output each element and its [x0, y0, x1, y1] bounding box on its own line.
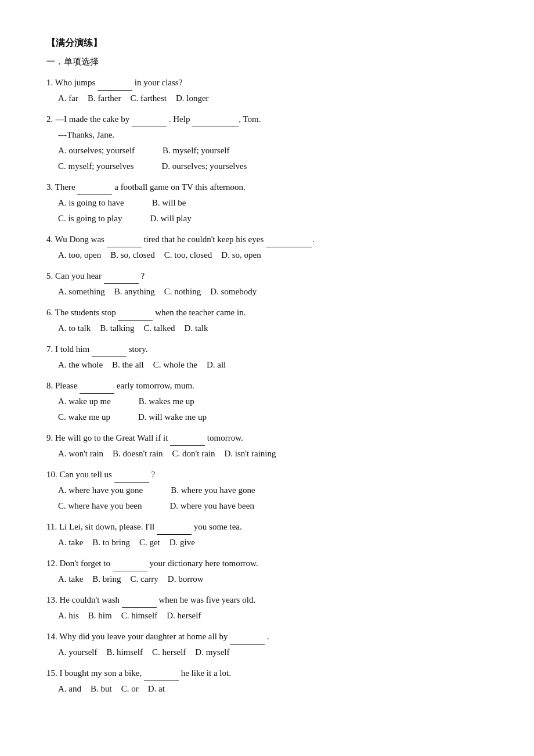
question-text: Why did you leave your daughter at home … [59, 632, 228, 641]
question-1: 1. Who jumps in your class?A. farB. fart… [46, 74, 488, 106]
option: C. nothing [164, 287, 201, 296]
options-row: A. yourselfB. himselfC. herselfD. myself [58, 645, 488, 660]
question-9: 9. He will go to the Great Wall if it to… [46, 430, 488, 462]
option: C. whole the [153, 360, 197, 369]
option: B. bring [92, 574, 121, 584]
option: D. all [207, 360, 226, 369]
question-num: 3. [46, 182, 53, 192]
question-text: He will go to the Great Wall if it [55, 433, 168, 442]
question-num: 7. [46, 344, 53, 354]
options-row: A. takeB. bringC. carryD. borrow [58, 571, 488, 587]
question-3: 3. There a football game on TV this afte… [46, 179, 488, 226]
options-row: A. somethingB. anythingC. nothingD. some… [58, 284, 488, 300]
question-text: There [55, 182, 75, 192]
question-text2: . [267, 632, 269, 641]
blank-1 [132, 111, 167, 127]
option: D. talk [185, 323, 208, 333]
option: D. somebody [210, 287, 257, 296]
option: A. take [58, 574, 83, 584]
option: B. himself [107, 647, 143, 657]
question-text: Can you hear [55, 271, 102, 280]
options-row: A. the wholeB. the allC. whole theD. all [58, 357, 488, 373]
option: B. farther [88, 93, 121, 103]
option: C. herself [152, 647, 186, 657]
question-text: Wu Dong was [55, 235, 104, 244]
question-11: 11. Li Lei, sit down, please. I'll you s… [46, 519, 488, 550]
option: C. farthest [130, 93, 166, 103]
question-num: 13. [46, 595, 57, 604]
option: A. the whole [58, 360, 103, 369]
question-num: 2. [46, 114, 53, 124]
option: A. won't rain [58, 449, 103, 458]
option: D. myself [195, 647, 229, 657]
option-row: C. where have you beenD. where you have … [58, 498, 488, 514]
question-5: 5. Can you hear ?A. somethingB. anything… [46, 268, 488, 300]
option-row: C. is going to playD. will play [58, 211, 488, 226]
option: A. his [58, 611, 79, 620]
blank-1 [92, 341, 127, 357]
option: B. anything [114, 287, 155, 296]
option: B. to bring [92, 538, 130, 547]
option: D. longer [176, 93, 209, 103]
question-6: 6. The students stop when the teacher ca… [46, 304, 488, 336]
option: C. himself [121, 611, 158, 620]
blank-1 [114, 466, 149, 483]
option-row: C. wake me upD. will wake me up [58, 409, 488, 425]
question-num: 12. [46, 559, 57, 568]
option: A. to talk [58, 323, 91, 333]
option: C. where have you been [58, 498, 142, 514]
option: C. don't rain [172, 449, 215, 458]
option: B. the all [112, 360, 144, 369]
option: B. will be [152, 195, 186, 211]
question-13: 13. He couldn't wash when he was five ye… [46, 592, 488, 624]
option: B. so, closed [110, 250, 155, 260]
blank-1 [230, 628, 265, 645]
question-text2: you some tea. [194, 522, 242, 531]
question-num: 11. [46, 522, 57, 531]
blank-1 [122, 592, 157, 608]
question-num: 5. [46, 271, 53, 280]
option: A. too, open [58, 250, 101, 260]
question-12: 12. Don't forget to your dictionary here… [46, 555, 488, 587]
options-row: A. takeB. to bringC. getD. give [58, 535, 488, 550]
options-row: A. too, openB. so, closedC. too, closedD… [58, 247, 488, 263]
question-10: 10. Can you tell us ?A. where have you g… [46, 466, 488, 514]
option: C. or [121, 684, 139, 693]
question-text2: your dictionary here tomorrow. [149, 559, 258, 568]
page-title: 【满分演练】 [46, 35, 488, 52]
question-text2: a football game on TV this afternoon. [114, 182, 246, 192]
question-num: 14. [46, 632, 57, 641]
options-rows: A. is going to haveB. will beC. is going… [58, 195, 488, 226]
question-text2: tomorrow. [207, 433, 243, 442]
option: C. talked [143, 323, 175, 333]
blank-2 [266, 231, 312, 247]
option: C. wake me up [58, 409, 110, 425]
question-14: 14. Why did you leave your daughter at h… [46, 628, 488, 660]
option: D. will wake me up [138, 409, 207, 425]
blank-1 [157, 519, 192, 535]
options-row: A. won't rainB. doesn't rainC. don't rai… [58, 446, 488, 462]
blank-1 [104, 268, 139, 284]
option-row: A. where have you goneB. where you have … [58, 483, 488, 498]
blank-1 [170, 430, 205, 446]
blank-1 [80, 377, 114, 394]
option: D. ourselves; yourselves [161, 159, 247, 174]
question-15: 15. I bought my son a bike, he like it a… [46, 665, 488, 697]
option: B. talking [100, 323, 134, 333]
blank-1 [107, 231, 142, 247]
question-text: He couldn't wash [60, 595, 120, 604]
question-4: 4. Wu Dong was tired that he couldn't ke… [46, 231, 488, 263]
options-rows: A. where have you goneB. where you have … [58, 483, 488, 514]
option-row: A. ourselves; yourselfB. myself; yoursel… [58, 143, 488, 159]
question-sub: ---Thanks, Jane. [58, 127, 488, 143]
question-text2: early tomorrow, mum. [117, 381, 194, 390]
question-text2: when he was five years old. [159, 595, 256, 604]
option: D. will play [150, 211, 191, 226]
blank-1 [113, 555, 147, 571]
question-text: Who jumps [55, 78, 96, 87]
question-text: I bought my son a bike, [60, 668, 142, 678]
option: D. where you have been [170, 498, 254, 514]
blank-1 [77, 179, 112, 195]
question-8: 8. Please early tomorrow, mum.A. wake up… [46, 377, 488, 425]
question-text: Don't forget to [60, 559, 110, 568]
